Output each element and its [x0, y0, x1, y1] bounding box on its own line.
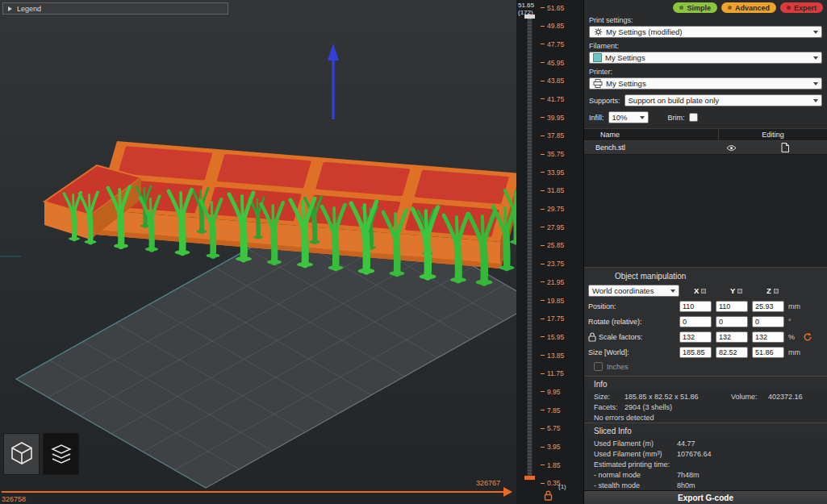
sliced-info-section-title: Sliced Info — [584, 423, 827, 438]
layer-slider-bottom-value: (1) — [558, 483, 566, 490]
scale-x-input[interactable] — [679, 331, 712, 343]
object-list-empty-area[interactable] — [584, 155, 827, 267]
supports-label: Supports: — [589, 97, 620, 105]
layer-tick: 15.95 — [541, 333, 564, 340]
position-z-input[interactable] — [752, 301, 784, 312]
layer-slider-top-handle[interactable] — [524, 15, 535, 19]
tick-mark-icon — [541, 483, 545, 484]
mode-expert-button[interactable]: Expert — [780, 2, 823, 13]
layer-slider-track[interactable] — [527, 18, 533, 477]
visibility-button[interactable] — [719, 144, 743, 152]
move-slider-start-value: 326758 — [2, 495, 26, 503]
mode-advanced-button[interactable]: Advanced — [721, 2, 776, 13]
printer-combo[interactable]: My Settings — [589, 77, 822, 90]
scale-row: Scale factors: % — [584, 329, 827, 344]
tick-mark-icon — [541, 447, 545, 448]
layer-tick: 47.75 — [541, 40, 564, 48]
tick-mark-icon — [541, 264, 545, 264]
sliced-info-rows: Used Filament (m) 44.77 Used Filament (m… — [584, 438, 827, 490]
coordinates-combo[interactable]: World coordinates — [588, 285, 679, 297]
rotate-z-input[interactable] — [752, 316, 784, 327]
tick-mark-icon — [541, 227, 545, 227]
size-x-input[interactable] — [679, 347, 712, 358]
viewport-3d[interactable]: Legend — [0, 0, 516, 504]
layer-tick: 7.85 — [541, 406, 564, 414]
axis-z-header: Z — [756, 286, 792, 295]
export-gcode-button[interactable]: Export G-code — [584, 490, 827, 504]
layer-slider-bottom-handle[interactable] — [524, 476, 535, 480]
sliced-info-row: Used Filament (m) 44.77 — [584, 438, 827, 448]
tick-mark-icon — [541, 135, 545, 136]
layer-lock-button[interactable] — [544, 489, 553, 504]
layer-tick: 19.85 — [541, 297, 564, 304]
legend-panel[interactable]: Legend — [2, 2, 228, 15]
tick-mark-icon — [541, 391, 545, 392]
layer-tick: 27.95 — [541, 223, 564, 231]
layer-tick: 31.85 — [541, 187, 564, 194]
tick-mark-icon — [541, 319, 545, 319]
object-list-row[interactable]: Bench.stl — [584, 141, 827, 155]
uniform-scale-lock-icon[interactable] — [588, 332, 596, 342]
layer-tick: 23.75 — [541, 260, 564, 268]
print-settings-combo[interactable]: My Settings (modified) — [589, 26, 822, 38]
reset-scale-icon[interactable] — [803, 332, 812, 342]
size-y-input[interactable] — [716, 347, 748, 358]
axis-x-header: X — [683, 286, 720, 295]
layer-tick: 45.95 — [541, 59, 564, 66]
edit-page-icon — [781, 143, 789, 152]
infill-combo[interactable]: 10% — [608, 111, 649, 123]
layer-tick: 35.75 — [541, 151, 564, 158]
rotate-x-input[interactable] — [679, 316, 712, 327]
view-preview-button[interactable] — [43, 433, 79, 475]
chevron-down-icon — [813, 99, 818, 102]
print-settings-label: Print settings: — [584, 14, 827, 25]
printer-icon — [593, 79, 603, 89]
settings-sidebar: Simple Advanced Expert Print settings: M… — [583, 0, 827, 504]
scale-y-input[interactable] — [716, 331, 748, 343]
layer-tick: 41.75 — [541, 95, 564, 102]
supports-combo[interactable]: Support on build plate only — [624, 94, 822, 106]
mode-simple-button[interactable]: Simple — [673, 2, 717, 13]
slicer-app: Legend — [0, 0, 827, 504]
object-manipulation-panel: Object manipulation World coordinates X … — [584, 267, 827, 376]
axis-settings-icon[interactable] — [701, 289, 706, 294]
filament-combo[interactable]: My Settings — [589, 52, 822, 64]
size-z-input[interactable] — [752, 347, 784, 358]
chevron-down-icon — [813, 31, 818, 34]
layer-tick: 29.75 — [541, 206, 564, 213]
layer-tick: 17.75 — [541, 315, 564, 323]
tick-mark-icon — [541, 172, 545, 173]
axis-settings-icon[interactable] — [774, 289, 779, 294]
print-settings-icon — [593, 27, 603, 37]
sliced-info-row: Used Filament (mm³) 107676.64 — [584, 448, 827, 459]
object-manipulation-title: Object manipulation — [584, 268, 827, 283]
axis-settings-icon[interactable] — [737, 289, 742, 294]
viewport-3d-scene[interactable] — [0, 0, 516, 504]
tick-mark-icon — [541, 373, 545, 374]
brim-checkbox[interactable] — [689, 113, 698, 122]
position-row: Position: mm — [584, 298, 827, 314]
infill-label: Infill: — [589, 114, 604, 122]
move-slider-track[interactable] — [2, 491, 505, 493]
chevron-down-icon — [813, 56, 818, 60]
size-row: Size [World]: mm — [584, 344, 827, 360]
tick-mark-icon — [541, 44, 545, 44]
position-y-input[interactable] — [716, 301, 748, 312]
rotate-y-input[interactable] — [716, 316, 748, 327]
scale-z-input[interactable] — [752, 331, 784, 343]
layer-tick: 1.85 — [541, 461, 564, 469]
view-preview-icon — [49, 442, 73, 466]
layer-tick: 25.85 — [541, 242, 564, 249]
layer-lock-icon — [544, 490, 553, 501]
rotate-row: Rotate (relative): ° — [584, 314, 827, 329]
view-3d-button[interactable] — [3, 433, 40, 475]
position-x-input[interactable] — [679, 301, 712, 312]
layer-tick: 51.65 — [541, 4, 564, 11]
gcode-move-slider[interactable]: 326767 326758 — [0, 477, 516, 504]
inches-checkbox[interactable] — [594, 362, 603, 371]
tick-mark-icon — [541, 428, 545, 429]
info-volume-value: 402372.16 — [768, 393, 803, 401]
move-slider-arrow-icon — [503, 487, 512, 497]
edit-object-button[interactable] — [743, 143, 827, 152]
move-slider-end-value: 326767 — [476, 479, 500, 487]
